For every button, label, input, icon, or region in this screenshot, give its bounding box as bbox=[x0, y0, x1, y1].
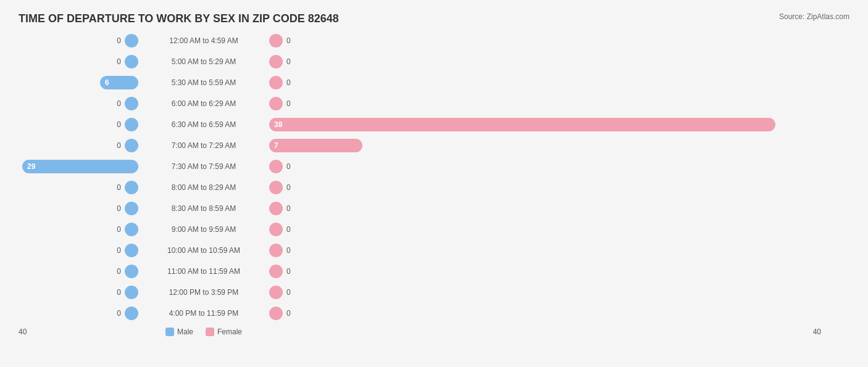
male-zero-dot bbox=[125, 286, 138, 299]
left-bar-section: 0 bbox=[19, 223, 142, 236]
male-zero-dot bbox=[125, 55, 138, 68]
footer-left-value: 40 bbox=[19, 328, 142, 336]
female-zero-dot bbox=[269, 244, 283, 257]
male-bar: 29 bbox=[22, 160, 138, 173]
chart-container: TIME OF DEPARTURE TO WORK BY SEX IN ZIP … bbox=[0, 0, 868, 367]
left-bar-section: 0 bbox=[19, 244, 142, 257]
time-label: 6:30 AM to 6:59 AM bbox=[142, 120, 265, 129]
bar-row: 012:00 PM to 3:59 PM0 bbox=[19, 283, 849, 302]
left-zero-value: 0 bbox=[117, 99, 121, 108]
male-zero-dot bbox=[125, 202, 138, 215]
right-bar-section: 0 bbox=[265, 55, 821, 68]
male-zero-dot bbox=[125, 139, 138, 152]
left-bar-section: 29 bbox=[19, 160, 142, 173]
female-zero-dot bbox=[269, 265, 283, 278]
right-bar-section: 38 bbox=[265, 118, 821, 131]
female-zero-dot bbox=[269, 97, 283, 110]
time-label: 4:00 PM to 11:59 PM bbox=[142, 309, 265, 318]
left-zero-value: 0 bbox=[117, 225, 121, 234]
left-bar-section: 6 bbox=[19, 76, 142, 89]
time-label: 7:00 AM to 7:29 AM bbox=[142, 141, 265, 150]
right-bar-section: 0 bbox=[265, 223, 821, 236]
right-bar-section: 0 bbox=[265, 202, 821, 215]
chart-title: TIME OF DEPARTURE TO WORK BY SEX IN ZIP … bbox=[19, 12, 849, 25]
right-bar-section: 0 bbox=[265, 76, 821, 89]
chart-footer: 40 Male Female 40 bbox=[19, 328, 849, 336]
female-zero-dot bbox=[269, 160, 283, 173]
female-zero-dot bbox=[269, 286, 283, 299]
chart-area: 012:00 AM to 4:59 AM005:00 AM to 5:29 AM… bbox=[19, 31, 849, 323]
right-zero-value: 0 bbox=[286, 204, 291, 213]
bar-row: 06:00 AM to 6:29 AM0 bbox=[19, 94, 849, 113]
legend-male: Male bbox=[165, 328, 193, 336]
left-zero-value: 0 bbox=[117, 183, 121, 192]
right-bar-section: 0 bbox=[265, 265, 821, 278]
time-label: 12:00 AM to 4:59 AM bbox=[142, 36, 265, 45]
left-bar-section: 0 bbox=[19, 202, 142, 215]
time-label: 11:00 AM to 11:59 AM bbox=[142, 267, 265, 276]
left-bar-section: 0 bbox=[19, 118, 142, 131]
time-label: 12:00 PM to 3:59 PM bbox=[142, 288, 265, 297]
time-label: 10:00 AM to 10:59 AM bbox=[142, 246, 265, 255]
left-bar-section: 0 bbox=[19, 286, 142, 299]
right-bar-section: 7 bbox=[265, 139, 821, 152]
right-zero-value: 0 bbox=[286, 36, 291, 45]
left-bar-container: 6 bbox=[19, 76, 138, 89]
male-zero-dot bbox=[125, 97, 138, 110]
male-zero-dot bbox=[125, 223, 138, 236]
footer-legend: Male Female bbox=[142, 328, 265, 336]
bar-row: 011:00 AM to 11:59 AM0 bbox=[19, 262, 849, 281]
right-zero-value: 0 bbox=[286, 162, 291, 171]
female-zero-dot bbox=[269, 202, 283, 215]
bar-row: 07:00 AM to 7:29 AM7 bbox=[19, 136, 849, 155]
time-label: 8:30 AM to 8:59 AM bbox=[142, 204, 265, 213]
bar-row: 65:30 AM to 5:59 AM0 bbox=[19, 73, 849, 92]
left-bar-section: 0 bbox=[19, 55, 142, 68]
right-bar-container: 7 bbox=[269, 139, 821, 152]
right-bar-section: 0 bbox=[265, 97, 821, 110]
time-label: 8:00 AM to 8:29 AM bbox=[142, 183, 265, 192]
male-zero-dot bbox=[125, 34, 138, 47]
time-label: 5:30 AM to 5:59 AM bbox=[142, 78, 265, 87]
right-zero-value: 0 bbox=[286, 309, 291, 318]
left-zero-value: 0 bbox=[117, 204, 121, 213]
left-bar-section: 0 bbox=[19, 97, 142, 110]
left-zero-value: 0 bbox=[117, 57, 121, 66]
bar-row: 08:00 AM to 8:29 AM0 bbox=[19, 178, 849, 197]
left-bar-section: 0 bbox=[19, 181, 142, 194]
female-zero-dot bbox=[269, 223, 283, 236]
male-zero-dot bbox=[125, 307, 138, 320]
male-bar-value: 29 bbox=[22, 162, 40, 171]
left-zero-value: 0 bbox=[117, 246, 121, 255]
right-bar-section: 0 bbox=[265, 307, 821, 320]
male-bar-value: 6 bbox=[100, 78, 114, 87]
bar-row: 09:00 AM to 9:59 AM0 bbox=[19, 220, 849, 239]
right-bar-section: 0 bbox=[265, 34, 821, 47]
left-zero-value: 0 bbox=[117, 120, 121, 129]
right-zero-value: 0 bbox=[286, 57, 291, 66]
time-label: 7:30 AM to 7:59 AM bbox=[142, 162, 265, 171]
bar-row: 010:00 AM to 10:59 AM0 bbox=[19, 241, 849, 260]
time-label: 5:00 AM to 5:29 AM bbox=[142, 57, 265, 66]
female-zero-dot bbox=[269, 76, 283, 89]
right-zero-value: 0 bbox=[286, 183, 291, 192]
male-zero-dot bbox=[125, 118, 138, 131]
right-bar-container: 38 bbox=[269, 118, 821, 131]
female-bar-value: 38 bbox=[269, 120, 287, 129]
right-zero-value: 0 bbox=[286, 78, 291, 87]
bar-row: 012:00 AM to 4:59 AM0 bbox=[19, 31, 849, 50]
right-bar-section: 0 bbox=[265, 244, 821, 257]
female-legend-label: Female bbox=[217, 328, 242, 336]
female-zero-dot bbox=[269, 55, 283, 68]
left-bar-section: 0 bbox=[19, 34, 142, 47]
right-bar-section: 0 bbox=[265, 286, 821, 299]
left-bar-container: 29 bbox=[19, 160, 138, 173]
right-bar-section: 0 bbox=[265, 181, 821, 194]
left-zero-value: 0 bbox=[117, 267, 121, 276]
male-zero-dot bbox=[125, 265, 138, 278]
left-zero-value: 0 bbox=[117, 36, 121, 45]
bar-row: 04:00 PM to 11:59 PM0 bbox=[19, 304, 849, 323]
footer-right-value: 40 bbox=[265, 328, 821, 336]
right-zero-value: 0 bbox=[286, 99, 291, 108]
male-legend-dot bbox=[165, 328, 174, 336]
